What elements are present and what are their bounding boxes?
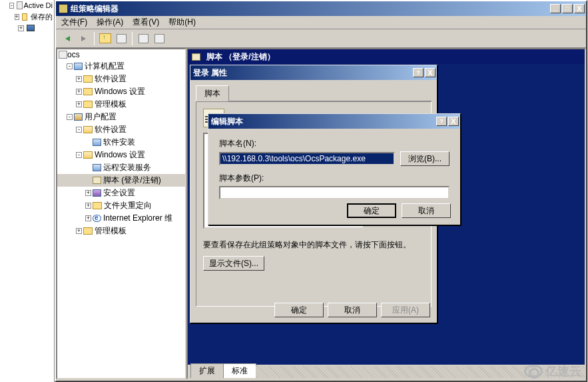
host-tree-label: 保存的 — [31, 12, 53, 22]
watermark-text: 亿速云 — [545, 363, 581, 379]
host-tree-label: Active Di — [24, 1, 53, 9]
expander-icon[interactable]: - — [9, 3, 14, 9]
tree-label: 软件安装 — [103, 137, 135, 148]
tree-label: 脚本 (登录/注销) — [103, 175, 161, 186]
tree-label: 文件夹重定向 — [104, 200, 152, 211]
properties-icon — [117, 34, 127, 43]
close-button[interactable]: X — [448, 117, 459, 126]
tree-security-settings[interactable]: +安全设置 — [57, 187, 185, 199]
tree-software-settings-u[interactable]: -软件设置 — [57, 123, 185, 136]
tab-scripts[interactable]: 脚本 — [196, 85, 229, 101]
collapse-icon[interactable]: - — [76, 152, 82, 158]
tree-label: 软件设置 — [95, 124, 127, 135]
script-params-label: 脚本参数(P): — [219, 173, 449, 184]
host-tree-panel: - Active Di + 保存的 + — [0, 0, 55, 382]
expander-icon[interactable]: + — [15, 14, 19, 20]
tree-label: 计算机配置 — [85, 61, 125, 72]
tree-admin-templates[interactable]: +管理模板 — [57, 98, 185, 111]
tree-admin-templates-u[interactable]: +管理模板 — [57, 225, 185, 237]
menu-help[interactable]: 帮助(H) — [168, 17, 196, 28]
expand-icon[interactable]: + — [76, 89, 82, 95]
hint-text: 要查看保存在此组策略对象中的脚本文件，请按下面按钮。 — [203, 239, 424, 251]
cancel-button[interactable]: 取消 — [328, 303, 377, 317]
gp-tree-panel: ocs -计算机配置 +软件设置 +Windows 设置 +管理模板 -用户配置… — [56, 48, 186, 379]
collapse-icon[interactable]: - — [76, 127, 82, 133]
tree-label: 安全设置 — [103, 187, 135, 199]
tb-export-button[interactable] — [152, 31, 166, 46]
cancel-button[interactable]: 取消 — [402, 203, 451, 218]
tree-windows-settings[interactable]: +Windows 设置 — [57, 85, 185, 98]
tree-ie-settings[interactable]: +Internet Explorer 维 — [57, 212, 185, 225]
expand-icon[interactable]: + — [85, 215, 91, 221]
host-tree-item-ad[interactable]: - Active Di — [0, 0, 54, 11]
arrow-right-icon — [81, 36, 86, 41]
edit-script-dialog: 编辑脚本 ? X 脚本名(N): 浏览(B)... 脚本参数(P): 确定 取消 — [208, 113, 461, 225]
expand-icon[interactable]: + — [76, 228, 82, 234]
tab-extended[interactable]: 扩展 — [190, 363, 224, 378]
folder-icon — [83, 88, 93, 95]
menu-view[interactable]: 查看(V) — [133, 17, 159, 28]
script-name-input[interactable] — [219, 152, 395, 165]
tree-root[interactable]: ocs — [57, 49, 185, 60]
export-icon — [154, 34, 164, 43]
expand-icon[interactable]: + — [76, 101, 82, 107]
watermark-icon — [524, 365, 543, 377]
script-icon — [93, 177, 101, 184]
tree-label: Windows 设置 — [95, 149, 145, 161]
tb-properties-button[interactable] — [114, 31, 129, 46]
tree-software-settings[interactable]: +软件设置 — [57, 73, 185, 85]
tab-standard[interactable]: 标准 — [223, 363, 256, 378]
tree-label: 软件设置 — [95, 73, 127, 85]
computer-icon — [74, 63, 83, 70]
collapse-icon[interactable]: - — [67, 63, 73, 69]
host-tree-item-saved[interactable]: + 保存的 — [0, 11, 54, 23]
tb-up-button[interactable] — [98, 31, 113, 46]
folder-icon — [83, 227, 93, 235]
dialog1-title: 登录 属性 — [193, 67, 227, 79]
ok-button[interactable]: 确定 — [347, 203, 396, 218]
tree-label: 用户配置 — [85, 111, 117, 123]
maximize-button[interactable]: □ — [562, 4, 573, 13]
expander-icon[interactable]: + — [18, 25, 24, 31]
monitor-icon — [27, 25, 35, 31]
tb-refresh-button[interactable] — [136, 31, 150, 46]
tree-windows-settings-u[interactable]: -Windows 设置 — [57, 149, 185, 161]
tb-back-button[interactable] — [60, 31, 75, 46]
close-button[interactable]: X — [425, 68, 436, 77]
dialog2-title: 编辑脚本 — [211, 116, 243, 127]
tree-computer-config[interactable]: -计算机配置 — [57, 60, 185, 73]
script-params-input[interactable] — [219, 186, 449, 199]
close-button[interactable]: X — [574, 4, 585, 13]
tree-user-config[interactable]: -用户配置 — [57, 111, 185, 123]
collapse-icon[interactable]: - — [67, 114, 73, 120]
refresh-icon — [139, 34, 148, 43]
help-button[interactable]: ? — [413, 68, 424, 77]
tree-scripts-logon[interactable]: 脚本 (登录/注销) — [57, 174, 185, 187]
tree-software-install[interactable]: 软件安装 — [57, 136, 185, 149]
dialog2-titlebar: 编辑脚本 ? X — [208, 114, 460, 129]
content-header: 脚本 （登录/注销） — [188, 49, 585, 65]
tb-forward-button[interactable] — [76, 31, 91, 46]
folder-icon — [83, 75, 93, 83]
folder-icon — [93, 202, 102, 209]
menu-file[interactable]: 文件(F) — [61, 17, 87, 28]
minimize-button[interactable]: _ — [550, 4, 561, 13]
tree-remote-install[interactable]: 远程安装服务 — [57, 161, 185, 174]
app-icon — [59, 4, 68, 13]
ie-icon — [93, 215, 101, 222]
tree-folder-redirect[interactable]: +文件夹重定向 — [57, 199, 185, 212]
install-icon — [93, 139, 101, 146]
ok-button[interactable]: 确定 — [274, 303, 324, 317]
expand-icon[interactable]: + — [76, 76, 82, 82]
host-tree-item-blank[interactable]: + — [0, 23, 54, 33]
apply-button[interactable]: 应用(A) — [381, 303, 430, 317]
help-button[interactable]: ? — [436, 117, 447, 126]
window-title: 组策略编辑器 — [71, 3, 119, 15]
script-icon — [192, 53, 200, 61]
browse-button[interactable]: 浏览(B)... — [400, 151, 449, 166]
menu-action[interactable]: 操作(A) — [97, 17, 123, 28]
expand-icon[interactable]: + — [85, 190, 91, 196]
show-files-button[interactable]: 显示文件(S)... — [203, 256, 264, 271]
tree-label: 管理模板 — [95, 225, 127, 237]
expand-icon[interactable]: + — [85, 203, 91, 209]
